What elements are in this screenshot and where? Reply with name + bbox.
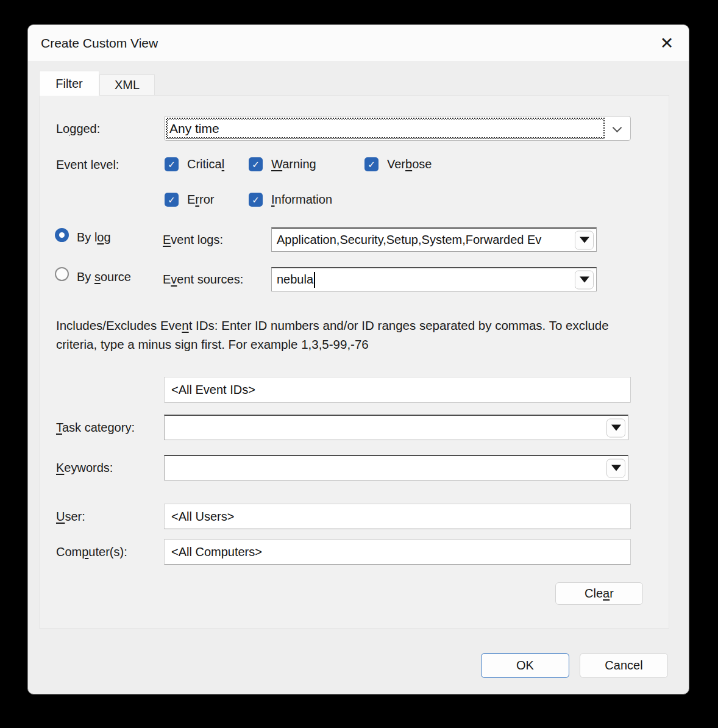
event-sources-dropdown-button[interactable]	[575, 270, 594, 289]
checkbox-verbose[interactable]: ✓ Verbose	[364, 157, 432, 171]
tab-xml-label: XML	[115, 78, 140, 92]
includes-excludes-note: Includes/Excludes Event IDs: Enter ID nu…	[56, 316, 635, 354]
ok-button[interactable]: OK	[481, 653, 569, 678]
computers-field[interactable]: <All Computers>	[164, 539, 631, 565]
dialog-title: Create Custom View	[41, 36, 158, 51]
task-category-label: Task category:	[56, 420, 135, 435]
clear-button-label: Clear	[585, 587, 614, 601]
checkbox-warning-label: Warning	[271, 157, 316, 171]
event-sources-label: Event sources:	[163, 272, 243, 287]
checkbox-information[interactable]: ✓ Information	[249, 193, 332, 207]
cancel-button-label: Cancel	[605, 658, 642, 673]
checkbox-error-label: Error	[187, 193, 214, 207]
radio-by-source[interactable]	[55, 267, 69, 281]
task-category-dropdown-button[interactable]	[606, 418, 625, 437]
logged-combobox[interactable]: Any time	[164, 116, 631, 141]
radio-by-log[interactable]	[55, 228, 69, 242]
radio-selected-dot	[59, 232, 65, 238]
dropdown-arrow-icon	[611, 465, 621, 471]
dropdown-arrow-icon	[611, 425, 621, 431]
computers-value: <All Computers>	[171, 545, 262, 559]
dropdown-arrow-icon	[580, 277, 589, 283]
checkbox-critical[interactable]: ✓ Critical	[165, 157, 224, 171]
checkbox-checked-icon: ✓	[165, 157, 179, 171]
tab-xml[interactable]: XML	[99, 74, 155, 95]
event-ids-field[interactable]: <All Event IDs>	[164, 377, 631, 402]
checkbox-checked-icon: ✓	[364, 157, 379, 171]
checkbox-warning[interactable]: ✓ Warning	[249, 157, 316, 171]
user-label: User:	[56, 509, 85, 524]
event-sources-field[interactable]: nebula	[271, 267, 597, 291]
tab-filter-label: Filter	[55, 77, 82, 91]
clear-button[interactable]: Clear	[555, 582, 643, 605]
cancel-button[interactable]: Cancel	[580, 653, 668, 678]
task-category-field[interactable]	[164, 415, 628, 440]
event-ids-value: <All Event IDs>	[171, 383, 255, 397]
event-logs-dropdown-button[interactable]	[575, 230, 594, 249]
ok-button-label: OK	[516, 658, 534, 673]
logged-label: Logged:	[56, 121, 100, 136]
event-logs-field[interactable]: Application,Security,Setup,System,Forwar…	[271, 227, 597, 252]
logged-value: Any time	[168, 120, 603, 137]
keywords-label: Keywords:	[56, 460, 113, 475]
chevron-down-icon	[613, 123, 622, 133]
checkbox-error[interactable]: ✓ Error	[165, 193, 214, 207]
checkbox-checked-icon: ✓	[249, 193, 263, 207]
event-sources-value: nebula	[277, 273, 313, 287]
checkbox-verbose-label: Verbose	[387, 157, 432, 171]
event-logs-value: Application,Security,Setup,System,Forwar…	[277, 233, 541, 247]
checkbox-checked-icon: ✓	[249, 157, 263, 171]
close-icon[interactable]: ✕	[653, 30, 680, 57]
keywords-field[interactable]	[164, 455, 628, 480]
checkbox-critical-label: Critical	[187, 157, 224, 171]
checkbox-information-label: Information	[271, 193, 332, 207]
event-logs-label: Event logs:	[163, 232, 223, 247]
by-log-label: By log	[77, 230, 111, 244]
tab-filter[interactable]: Filter	[39, 71, 99, 96]
dropdown-arrow-icon	[580, 237, 589, 243]
user-value: <All Users>	[171, 510, 234, 524]
computers-label: Computer(s):	[56, 544, 127, 559]
text-caret	[314, 272, 315, 288]
keywords-dropdown-button[interactable]	[606, 459, 625, 477]
checkbox-checked-icon: ✓	[165, 193, 179, 207]
filter-tab-panel: Logged: Any time Event level: ✓ Critical…	[39, 95, 669, 629]
titlebar: Create Custom View ✕	[28, 25, 689, 61]
by-source-label: By source	[77, 269, 131, 284]
event-level-label: Event level:	[56, 157, 119, 172]
user-field[interactable]: <All Users>	[164, 504, 631, 529]
create-custom-view-dialog: Create Custom View ✕ Filter XML Logged: …	[27, 24, 689, 694]
